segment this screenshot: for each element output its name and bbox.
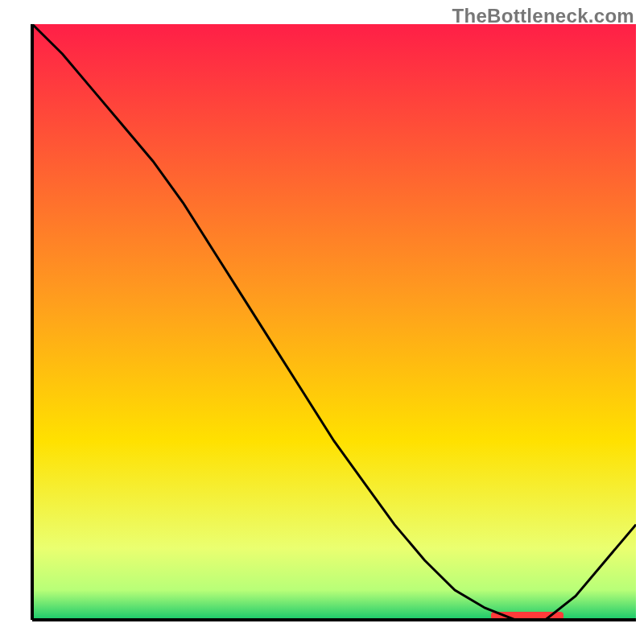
gradient-background [32, 24, 636, 620]
watermark-text: TheBottleneck.com [452, 5, 634, 27]
chart-container: TheBottleneck.com [0, 0, 644, 644]
bottleneck-chart [0, 0, 644, 644]
